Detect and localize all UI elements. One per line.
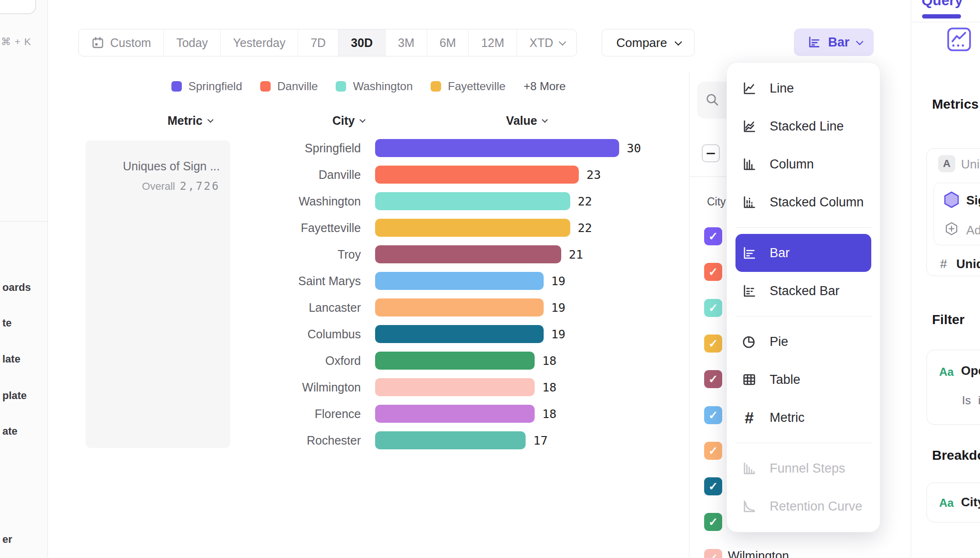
- funnel-steps-icon: [741, 460, 757, 476]
- filter-property-name: Ope: [961, 363, 980, 378]
- menu-item-table[interactable]: Table: [727, 361, 880, 399]
- menu-item-column[interactable]: Column: [727, 145, 880, 183]
- date-range-12m[interactable]: 12M: [469, 29, 517, 56]
- menu-item-stacked-bar[interactable]: Stacked Bar: [727, 272, 880, 310]
- city-checkbox[interactable]: ✓: [704, 513, 722, 531]
- date-range-today[interactable]: Today: [164, 29, 221, 56]
- bar[interactable]: [375, 431, 526, 449]
- metrics-heading: Metrics: [932, 97, 979, 112]
- city-list-item-label[interactable]: Wilmington: [728, 549, 789, 558]
- sidebar-item[interactable]: er: [2, 533, 12, 546]
- menu-item-stacked-line[interactable]: Stacked Line: [727, 107, 880, 145]
- bar-track: 18: [375, 352, 641, 370]
- date-range-7d[interactable]: 7D: [298, 29, 339, 56]
- bar-row: Washington 22: [237, 188, 688, 214]
- pie-chart-icon: [741, 334, 757, 350]
- sidebar-item[interactable]: late: [2, 353, 20, 365]
- sidebar-item[interactable]: te: [2, 317, 12, 329]
- city-checkbox[interactable]: ✓: [704, 477, 722, 495]
- filter-operator[interactable]: Is: [962, 394, 971, 407]
- legend-more[interactable]: +8 More: [524, 80, 566, 93]
- menu-item-line[interactable]: Line: [727, 69, 880, 107]
- menu-item-bar-selected[interactable]: Bar: [735, 234, 871, 272]
- city-checkbox[interactable]: ✓: [704, 263, 722, 281]
- bar-row: Saint Marys 19: [237, 268, 688, 294]
- legend-item[interactable]: Danville: [260, 80, 318, 93]
- count-label: Uniqu: [956, 257, 980, 271]
- legend-item[interactable]: Fayetteville: [431, 80, 505, 93]
- chart-type-button[interactable]: Bar: [794, 28, 874, 56]
- legend-item[interactable]: Washington: [336, 80, 413, 93]
- date-range-30d-selected[interactable]: 30D: [339, 29, 386, 56]
- bar[interactable]: [375, 378, 535, 396]
- column-header-value[interactable]: Value: [506, 114, 546, 128]
- date-range-yesterday[interactable]: Yesterday: [221, 29, 298, 56]
- city-checkbox[interactable]: ✓: [704, 406, 722, 424]
- bar-value: 19: [551, 274, 565, 288]
- bar[interactable]: [375, 405, 535, 423]
- sidebar-item[interactable]: ate: [2, 425, 18, 437]
- city-checkbox[interactable]: ✓: [704, 335, 722, 353]
- tab-query[interactable]: Query: [922, 0, 963, 9]
- search-icon: [705, 93, 720, 108]
- column-header-city[interactable]: City: [332, 114, 364, 128]
- legend-item[interactable]: Springfield: [171, 80, 242, 93]
- bar[interactable]: [375, 139, 619, 157]
- event-name: Sig: [966, 193, 980, 208]
- bar-value: 22: [578, 195, 592, 208]
- bar[interactable]: [375, 166, 579, 184]
- bar-value: 19: [551, 327, 565, 341]
- breakdown-card[interactable]: Aa City: [926, 483, 980, 522]
- bar[interactable]: [375, 245, 561, 263]
- city-checkbox[interactable]: ✓: [704, 370, 722, 388]
- bar-value: 18: [542, 407, 556, 421]
- city-checkbox[interactable]: ✓: [704, 549, 722, 558]
- chart-legend: Springfield Danville Washington Fayettev…: [48, 80, 688, 93]
- metric-card[interactable]: Uniques of Sign ... Overall2,726: [85, 140, 230, 448]
- bar-track: 17: [375, 431, 641, 449]
- date-range-3m[interactable]: 3M: [386, 29, 427, 56]
- metric-overall-row: Overall2,726: [85, 180, 220, 193]
- sidebar-item[interactable]: plate: [2, 390, 27, 402]
- bar[interactable]: [375, 272, 544, 290]
- date-range-6m[interactable]: 6M: [427, 29, 469, 56]
- city-checkbox[interactable]: ✓: [704, 442, 722, 460]
- legend-label: Washington: [353, 80, 413, 93]
- date-range-xtd[interactable]: XTD: [517, 29, 576, 56]
- chevron-down-icon: [856, 37, 864, 45]
- bar-chart: Springfield 30 Danville 23 Washington 22…: [237, 135, 688, 454]
- compare-button[interactable]: Compare: [602, 29, 695, 56]
- chevron-down-icon: [542, 117, 548, 123]
- check-icon: ✓: [708, 552, 718, 558]
- bar[interactable]: [375, 192, 570, 210]
- insights-chart-icon[interactable]: [947, 27, 971, 52]
- date-range-custom[interactable]: Custom: [79, 29, 164, 56]
- metric-query-card[interactable]: A Uniq Sig Ad # Uniqu: [926, 148, 980, 276]
- bar[interactable]: [375, 219, 570, 237]
- bar-row: Springfield 30: [237, 135, 688, 161]
- column-header-metric[interactable]: Metric: [168, 114, 212, 128]
- bar[interactable]: [375, 325, 544, 343]
- city-checkbox[interactable]: ✓: [704, 227, 722, 245]
- add-event-icon[interactable]: [944, 221, 959, 236]
- menu-item-metric[interactable]: # Metric: [727, 399, 880, 437]
- menu-item-pie[interactable]: Pie: [727, 323, 880, 361]
- bar[interactable]: [375, 298, 544, 316]
- bar[interactable]: [375, 352, 535, 370]
- filter-card[interactable]: Aa Ope Is i: [926, 350, 980, 425]
- sidebar-search-box[interactable]: [0, 0, 36, 14]
- event-card[interactable]: Sig Ad: [933, 183, 980, 245]
- chevron-down-icon: [559, 38, 566, 46]
- bar-chart-icon: [806, 35, 821, 50]
- city-checkbox[interactable]: ✓: [704, 299, 722, 317]
- filter-value[interactable]: i: [978, 394, 980, 407]
- sidebar-item[interactable]: oards: [2, 281, 31, 294]
- menu-separator: [735, 443, 871, 443]
- add-metric-label: Ad: [966, 223, 980, 238]
- menu-item-stacked-column[interactable]: Stacked Column: [727, 183, 880, 221]
- select-all-checkbox[interactable]: [702, 144, 720, 162]
- bar-row: Rochester 17: [237, 427, 688, 454]
- bar-city-label: Springfield: [237, 141, 375, 155]
- bar-track: 22: [375, 219, 641, 237]
- bar-value: 17: [533, 434, 547, 447]
